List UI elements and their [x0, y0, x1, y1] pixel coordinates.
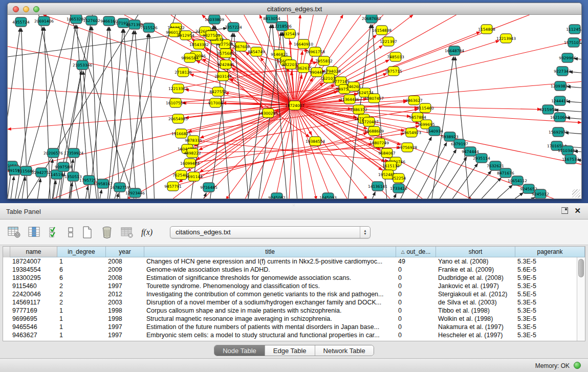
table-row[interactable]: 2242004622012Investigating the contribut…: [3, 290, 577, 298]
row-height-icon[interactable]: [66, 224, 75, 240]
column-header-pagerank[interactable]: pagerank: [515, 247, 585, 257]
network-node[interactable]: 19384554: [306, 137, 325, 146]
network-node[interactable]: 1875715: [385, 67, 402, 76]
network-node[interactable]: 9716485: [200, 183, 217, 192]
network-node[interactable]: 9878335: [185, 136, 202, 145]
network-node[interactable]: 7357224: [225, 23, 242, 32]
network-node[interactable]: 9684067: [378, 148, 396, 158]
delete-table-icon[interactable]: [119, 224, 135, 240]
tab-node-table[interactable]: Node Table: [214, 345, 265, 356]
network-node[interactable]: 16210643: [550, 113, 570, 122]
network-node[interactable]: 16107554: [166, 98, 185, 107]
network-node[interactable]: 16033809: [205, 15, 224, 24]
column-header-in-degree[interactable]: in_degree: [57, 247, 106, 257]
scrollbar-thumb[interactable]: [578, 259, 584, 277]
network-node[interactable]: 14136141: [368, 182, 387, 191]
column-header-out-degree[interactable]: △ out_de...: [396, 247, 436, 257]
network-node-label: 9896584: [181, 56, 199, 60]
table-row[interactable]: 1938455462009Genome-wide association stu…: [3, 266, 577, 274]
column-header-short[interactable]: short: [436, 247, 515, 257]
network-node[interactable]: 990448: [310, 68, 324, 77]
cell-year: 2003: [106, 298, 144, 307]
table-selector-dropdown[interactable]: citations_edges.txt ▲▼: [170, 226, 371, 238]
table-row[interactable]: 969969511998Structural magnetic resonanc…: [3, 315, 577, 323]
network-node-label: 1691144: [185, 174, 203, 179]
network-node[interactable]: 17359924: [64, 148, 83, 158]
column-header-name[interactable]: name: [10, 247, 57, 257]
network-node[interactable]: 16648784: [445, 46, 464, 55]
table-row[interactable]: 1456911722003Disruption of a novel membe…: [3, 298, 577, 307]
table-row[interactable]: 1872400712008Changes of HCN gene express…: [3, 257, 577, 266]
network-node[interactable]: 12213363: [168, 84, 188, 93]
network-node[interactable]: 1112453: [566, 25, 581, 34]
network-node[interactable]: 19756928: [398, 143, 417, 152]
network-node-label: 16640910: [294, 42, 313, 47]
network-node[interactable]: 917004: [208, 98, 223, 107]
network-node[interactable]: 7955812: [315, 56, 333, 65]
column-header-title[interactable]: title: [144, 247, 396, 257]
network-node[interactable]: 9245082: [268, 193, 286, 199]
network-node[interactable]: 15692971: [549, 127, 568, 137]
network-node-label: 9457791: [164, 184, 182, 189]
table-row[interactable]: 911546021997Tourette syndrome. Phenomeno…: [3, 282, 577, 290]
network-node[interactable]: 8215958: [539, 105, 557, 114]
table-row[interactable]: 977716911998Corpus callosum shape and si…: [3, 307, 577, 315]
float-panel-icon[interactable]: [561, 207, 568, 214]
network-node[interactable]: 1154808: [478, 25, 495, 34]
network-node[interactable]: 7485033: [387, 52, 404, 61]
table-vertical-scrollbar[interactable]: [577, 257, 585, 341]
create-column-icon[interactable]: [79, 224, 95, 240]
network-node[interactable]: 8454749: [248, 47, 265, 56]
window-resize-grip[interactable]: [572, 189, 580, 198]
network-node-label: 16961758: [306, 50, 325, 54]
network-node[interactable]: 12213943: [496, 34, 516, 43]
network-node[interactable]: 16961758: [306, 47, 325, 56]
select-columns-icon[interactable]: [46, 224, 62, 240]
show-columns-icon[interactable]: [26, 224, 42, 240]
network-view-canvas[interactable]: 9146821156852084547492367608912750881863…: [8, 15, 581, 199]
network-window-titlebar[interactable]: citations_edges.txt: [8, 3, 581, 15]
network-node[interactable]: 18543382: [189, 40, 209, 49]
network-node[interactable]: 10654112: [508, 176, 527, 185]
network-node[interactable]: 1733426: [390, 184, 407, 193]
network-node[interactable]: 20206576: [43, 148, 63, 158]
table-row[interactable]: 946362711997Embryonic stem cells: a mode…: [3, 331, 577, 339]
network-node-label: 21053346: [73, 63, 92, 68]
network-node[interactable]: 9329966: [559, 53, 576, 62]
network-node-label: 16782759: [110, 185, 129, 190]
network-node[interactable]: 1244415: [551, 96, 569, 105]
network-node[interactable]: 2718126: [175, 68, 192, 77]
table-panel-header[interactable]: ⁙ Table Panel ✕: [0, 203, 588, 220]
table-row[interactable]: 1830029562008Estimation of significance …: [3, 274, 577, 282]
memory-status-label: Memory: OK: [535, 362, 570, 369]
network-node[interactable]: 20687682: [362, 15, 381, 23]
network-node[interactable]: 21053346: [73, 60, 92, 70]
network-node[interactable]: 252254: [391, 173, 406, 183]
network-node[interactable]: 1167533: [562, 155, 579, 164]
table-row[interactable]: 946554611997Estimation of the future num…: [3, 323, 577, 331]
network-node-label: 1244415: [551, 99, 569, 103]
network-node[interactable]: 16640910: [294, 39, 313, 49]
tab-network-table[interactable]: Network Table: [315, 345, 374, 356]
network-node-label: 8813054: [263, 16, 280, 21]
network-node[interactable]: 9227343: [554, 67, 571, 76]
network-node[interactable]: 9463627: [405, 96, 423, 105]
column-header-year[interactable]: year: [106, 247, 144, 257]
tab-edge-table[interactable]: Edge Table: [265, 345, 315, 356]
network-node[interactable]: 4355724: [12, 17, 30, 27]
delete-column-icon[interactable]: [99, 224, 115, 240]
network-edge: [187, 144, 372, 174]
network-node[interactable]: 9115460: [417, 103, 434, 113]
network-node[interactable]: 1045093: [319, 193, 337, 199]
function-builder-icon[interactable]: f(x): [139, 224, 155, 240]
table-selector-value: citations_edges.txt: [170, 228, 231, 236]
table-mode-icon[interactable]: [6, 224, 23, 240]
close-panel-icon[interactable]: ✕: [574, 207, 581, 214]
network-window[interactable]: citations_edges.txt 91468211568520845474…: [7, 3, 582, 199]
network-node[interactable]: 15751074: [564, 38, 581, 47]
cell-name: 9777169: [10, 307, 57, 315]
network-node[interactable]: 746266: [346, 82, 361, 91]
splitter-handle-icon[interactable]: ⁙: [292, 204, 296, 207]
network-node[interactable]: 16099484: [180, 159, 200, 168]
network-node[interactable]: 9457791: [164, 182, 182, 191]
